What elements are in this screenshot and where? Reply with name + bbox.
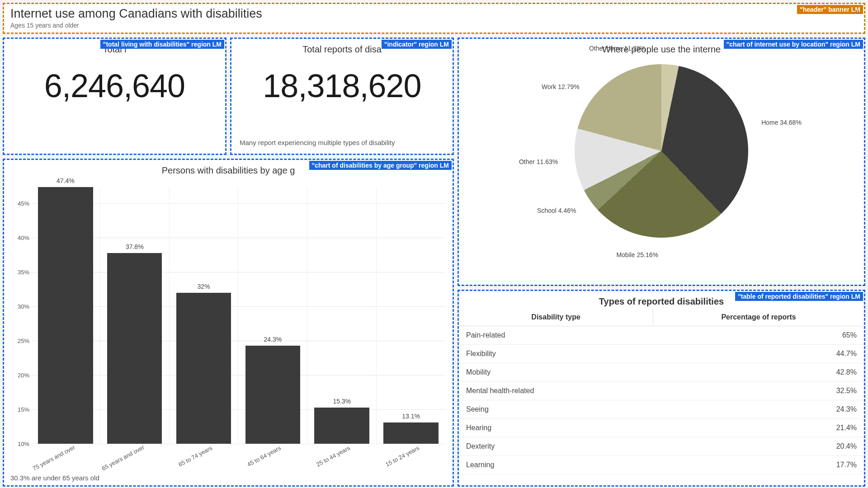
- table-row: Dexterity20.4%: [459, 437, 864, 456]
- cell-type: Mobility: [459, 363, 653, 382]
- pie-slice-label: Mobile 25.16%: [616, 251, 658, 258]
- bar: 24.3%: [245, 346, 300, 444]
- bar-footnote: 30.3% are under 65 years old: [10, 474, 99, 482]
- cell-pct: 32.5%: [653, 382, 864, 400]
- cell-pct: 65%: [653, 326, 864, 345]
- region-bar-chart: "chart of disabilities by age group" reg…: [3, 159, 454, 487]
- bar-value-label: 32%: [176, 283, 231, 290]
- region-badge: "indicator" region LM: [382, 40, 452, 49]
- region-badge: "chart of disabilities by age group" reg…: [309, 161, 452, 170]
- bar-value-label: 13.1%: [383, 413, 438, 420]
- cell-type: Flexibility: [459, 345, 653, 363]
- bar: 13.1%: [383, 422, 438, 444]
- bar: 15.3%: [314, 408, 369, 444]
- table-row: Flexibility44.7%: [459, 345, 864, 363]
- y-tick: 40%: [11, 235, 29, 241]
- table-row: Learning17.7%: [459, 456, 864, 474]
- y-tick: 20%: [11, 372, 29, 379]
- x-category: 45 to 64 years: [246, 445, 283, 468]
- bar: 47.4%: [38, 187, 93, 444]
- y-tick: 35%: [11, 269, 29, 276]
- region-total-living: "total living with disabilities" region …: [3, 38, 226, 155]
- x-category: 65 to 74 years: [177, 445, 213, 468]
- x-category: 65 years and over: [100, 444, 145, 472]
- y-tick: 25%: [11, 338, 29, 344]
- cell-pct: 20.4%: [653, 437, 864, 456]
- cell-pct: 17.7%: [653, 456, 864, 474]
- header-banner: "header" banner LM ≡ Internet use among …: [3, 3, 865, 34]
- pie-chart: Other home 11.28%Home 34.68%Mobile 25.16…: [575, 64, 748, 238]
- table-row: Mental health-related32.5%: [459, 382, 864, 400]
- x-category: 75 years and over: [32, 444, 76, 472]
- indicator-value: 18,318,620: [231, 56, 453, 104]
- cell-type: Dexterity: [459, 437, 653, 456]
- cell-type: Hearing: [459, 419, 653, 437]
- bar: 37.8%: [107, 253, 162, 444]
- bar-value-label: 37.8%: [107, 243, 162, 250]
- y-tick: 30%: [11, 303, 29, 310]
- cell-type: Learning: [459, 456, 653, 474]
- pie-slice-label: Home 34.68%: [761, 119, 802, 126]
- bar-chart: 10%15%20%25%30%35%40%45%47.4%75 years an…: [31, 187, 445, 444]
- y-tick: 45%: [11, 200, 29, 207]
- region-badge: "total living with disabilities" region …: [100, 40, 224, 49]
- disabilities-table: Disability type Percentage of reports Pa…: [459, 309, 864, 474]
- region-pie-chart: "chart of internet use by location" regi…: [458, 38, 865, 286]
- cell-pct: 44.7%: [653, 345, 864, 363]
- cell-pct: 42.8%: [653, 363, 864, 382]
- indicator-note: Many report experiencing multiple types …: [231, 139, 395, 151]
- table-row: Seeing24.3%: [459, 400, 864, 419]
- cell-type: Pain-related: [459, 326, 653, 345]
- pie-slice-label: Other home 11.28%: [589, 45, 646, 52]
- table-header-pct: Percentage of reports: [653, 309, 864, 326]
- x-category: 25 to 44 years: [315, 445, 351, 468]
- x-category: 15 to 24 years: [384, 445, 420, 468]
- cell-type: Seeing: [459, 400, 653, 419]
- table-row: Hearing21.4%: [459, 419, 864, 437]
- bar-value-label: 47.4%: [38, 177, 93, 184]
- bar-value-label: 15.3%: [314, 398, 369, 405]
- total-living-value: 6,246,640: [4, 56, 225, 104]
- bar-value-label: 24.3%: [245, 336, 300, 343]
- region-badge: "chart of internet use by location" regi…: [724, 40, 863, 49]
- header-badge: "header" banner LM: [797, 5, 863, 14]
- y-tick: 10%: [11, 441, 29, 447]
- page-title: Internet use among Canadians with disabi…: [10, 7, 858, 21]
- cell-pct: 24.3%: [653, 400, 864, 419]
- region-badge: "table of reported disabilities" region …: [735, 292, 863, 301]
- bar: 32%: [176, 293, 231, 444]
- pie-slice-label: School 4.46%: [537, 207, 576, 214]
- region-table: "table of reported disabilities" region …: [458, 290, 865, 487]
- hamburger-icon[interactable]: ≡: [854, 8, 859, 17]
- pie-slice-label: Work 12.79%: [542, 83, 580, 90]
- pie-slice-label: Other 11.63%: [519, 158, 558, 165]
- cell-type: Mental health-related: [459, 382, 653, 400]
- region-indicator: "indicator" region LM Total reports of d…: [230, 38, 454, 155]
- cell-pct: 21.4%: [653, 419, 864, 437]
- table-header-type: Disability type: [459, 309, 653, 326]
- page-subtitle: Ages 15 years and older: [10, 22, 858, 29]
- y-tick: 15%: [11, 406, 29, 413]
- table-row: Mobility42.8%: [459, 363, 864, 382]
- table-row: Pain-related65%: [459, 326, 864, 345]
